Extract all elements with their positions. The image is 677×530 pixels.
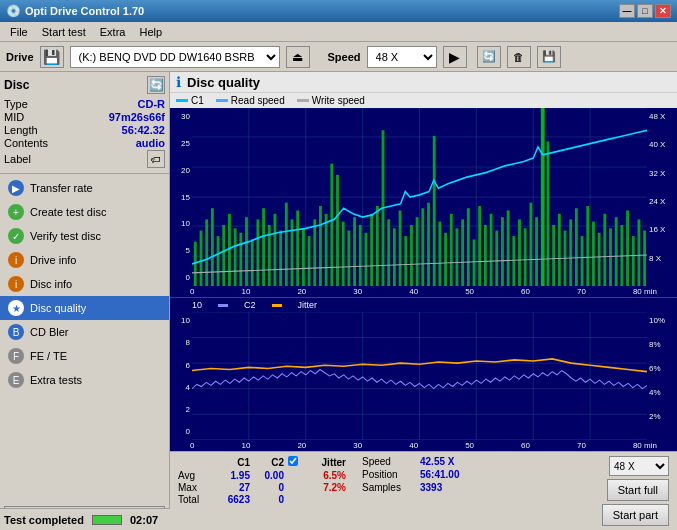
speed-select[interactable]: 48 X [367,46,437,68]
svg-rect-22 [239,233,242,286]
start-full-button[interactable]: Start full [607,479,669,501]
sidebar-item-create-test-disc[interactable]: + Create test disc [0,200,169,224]
sidebar-item-label: Disc info [30,278,72,290]
sidebar-item-extra-tests[interactable]: E Extra tests [0,368,169,392]
drive-select[interactable]: (K:) BENQ DVD DD DW1640 BSRB [70,46,280,68]
sidebar-item-disc-info[interactable]: i Disc info [0,272,169,296]
speed-icon[interactable]: ▶ [443,46,467,68]
top-chart-inner [192,108,647,286]
stats-total-c1: 6623 [214,494,250,505]
svg-rect-42 [353,217,356,286]
sidebar-item-disc-quality[interactable]: ★ Disc quality [0,296,169,320]
sidebar-item-cd-bler[interactable]: B CD Bler [0,320,169,344]
stats-avg-c1: 1.95 [214,470,250,481]
stats-avg-row: Avg 1.95 0.00 6.5% [178,470,346,481]
svg-rect-36 [319,206,322,286]
svg-rect-93 [643,231,646,287]
minimize-button[interactable]: — [619,4,635,18]
eject-button[interactable]: ⏏ [286,46,310,68]
jitter-legend-label: Jitter [298,300,318,310]
top-chart-x-axis: 0 10 20 30 40 50 60 70 80 min [170,286,677,297]
menu-extra[interactable]: Extra [94,24,132,40]
status-time: 02:07 [130,514,166,526]
app-title: Opti Drive Control 1.70 [25,5,144,17]
svg-rect-73 [529,203,532,287]
maximize-button[interactable]: □ [637,4,653,18]
disc-length-row: Length 56:42.32 [4,124,165,136]
disc-quality-title: Disc quality [187,75,260,90]
svg-rect-83 [586,206,589,286]
stats-area: C1 C2 Jitter Avg 1.95 0.00 6.5% Max 27 [170,451,677,530]
sidebar-item-drive-info[interactable]: i Drive info [0,248,169,272]
reset-button[interactable]: 🔄 [477,46,501,68]
svg-rect-87 [609,228,612,286]
top-chart-y-left: 30 25 20 15 10 5 0 [170,108,192,286]
bottom-chart-x-axis: 0 10 20 30 40 50 60 70 80 min [170,440,677,451]
verify-test-disc-icon: ✓ [8,228,24,244]
sidebar-item-label: Transfer rate [30,182,93,194]
svg-rect-91 [632,236,635,286]
svg-rect-61 [461,219,464,286]
disc-label-button[interactable]: 🏷 [147,150,165,168]
svg-rect-54 [421,208,424,286]
svg-rect-58 [444,233,447,286]
top-chart-y-right: 48 X 40 X 32 X 24 X 16 X 8 X [647,108,677,286]
svg-rect-46 [376,206,379,286]
disc-label-label: Label [4,153,31,165]
svg-rect-21 [234,228,237,286]
svg-rect-80 [569,219,572,286]
svg-rect-57 [438,222,441,287]
sidebar-item-transfer-rate[interactable]: ▶ Transfer rate [0,176,169,200]
svg-rect-26 [262,208,265,286]
svg-rect-84 [592,222,595,287]
sidebar-item-fe-te[interactable]: F FE / TE [0,344,169,368]
speed-label: Speed [328,51,361,63]
svg-rect-30 [285,203,288,287]
svg-rect-92 [638,219,641,286]
top-chart-svg [192,108,647,286]
read-speed-legend-label: Read speed [231,95,285,106]
bottom-chart-inner [192,312,647,440]
svg-rect-90 [626,210,629,286]
title-bar-left: 💿 Opti Drive Control 1.70 [6,4,144,18]
speed-select-right[interactable]: 48 X [609,456,669,476]
svg-rect-28 [274,214,277,286]
disc-header: Disc 🔄 [4,76,165,94]
left-panel: Disc 🔄 Type CD-R MID 97m26s66f Length 56… [0,72,170,530]
stats-total-c2: 0 [254,494,284,505]
bottom-chart-svg [192,312,647,440]
stats-total-label: Total [178,494,210,505]
legend-bar: C1 Read speed Write speed [170,93,677,108]
disc-refresh-button[interactable]: 🔄 [147,76,165,94]
menu-help[interactable]: Help [133,24,168,40]
samples-value: 3393 [420,482,464,493]
sidebar-item-verify-test-disc[interactable]: ✓ Verify test disc [0,224,169,248]
drive-icon[interactable]: 💾 [40,46,64,68]
svg-rect-39 [336,175,339,286]
bottom-chart-y-right: 10% 8% 6% 4% 2% [647,312,677,440]
svg-rect-88 [615,217,618,286]
disc-type-value: CD-R [138,98,166,110]
drive-info-icon: i [8,252,24,268]
stats-avg-label: Avg [178,470,210,481]
svg-rect-69 [507,210,510,286]
close-button[interactable]: ✕ [655,4,671,18]
position-label: Position [362,469,416,480]
start-part-button[interactable]: Start part [602,504,669,526]
position-row: Position 56:41.00 [362,469,464,480]
c1-legend-label: C1 [191,95,204,106]
svg-rect-16 [205,219,208,286]
menu-start-test[interactable]: Start test [36,24,92,40]
svg-rect-32 [296,210,299,286]
menu-file[interactable]: File [4,24,34,40]
bottom-chart: 10 8 6 4 2 0 [170,312,677,451]
stats-header: C1 C2 Jitter [178,456,346,468]
save-button[interactable]: 💾 [537,46,561,68]
sidebar-item-label: Create test disc [30,206,106,218]
svg-rect-53 [416,217,419,286]
svg-rect-49 [393,228,396,286]
erase-button[interactable]: 🗑 [507,46,531,68]
top-chart: 30 25 20 15 10 5 0 [170,108,677,298]
jitter-checkbox[interactable] [288,456,298,466]
disc-mid-row: MID 97m26s66f [4,111,165,123]
